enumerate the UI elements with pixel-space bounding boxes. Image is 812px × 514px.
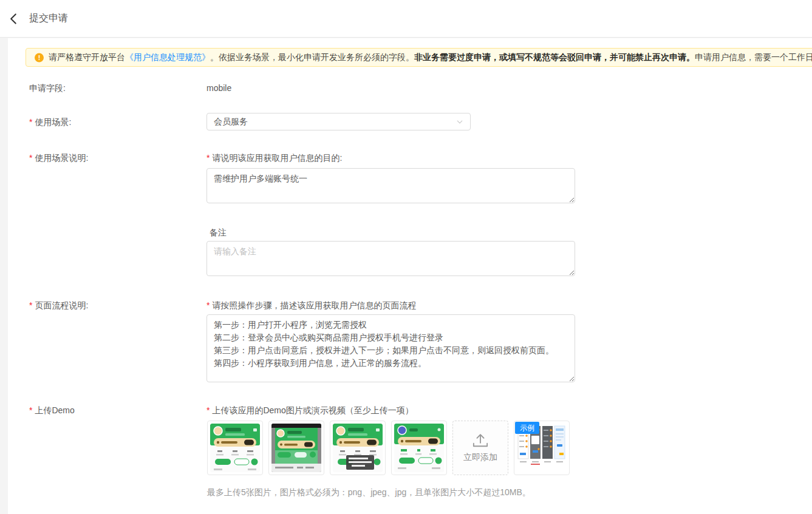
- warning-banner: 请严格遵守开放平台《用户信息处理规范》。依据业务场景，最小化申请开发业务所必须的…: [26, 48, 812, 67]
- upload-hint: 最多上传5张图片，图片格式必须为：png、jpeg、jpg，且单张图片大小不超过…: [207, 487, 531, 498]
- form-card: 请严格遵守开放平台《用户信息处理规范》。依据业务场景，最小化申请开发业务所必须的…: [8, 38, 812, 514]
- remark-label: 备注: [210, 228, 227, 238]
- upload-icon: [471, 433, 490, 448]
- example-badge: 示例: [515, 422, 539, 434]
- scene-desc-label: 使用场景说明:: [29, 153, 88, 164]
- page-title: 提交申请: [29, 12, 68, 25]
- chevron-down-icon: [456, 118, 463, 126]
- demo-screenshot-3: [333, 424, 383, 472]
- demo-thumbnail-3[interactable]: [330, 421, 386, 475]
- banner-text-bold: 非业务需要过度申请，或填写不规范等会驳回申请，并可能禁止再次申请。: [414, 52, 695, 63]
- example-thumbnail[interactable]: 示例: [514, 421, 570, 475]
- purpose-sublabel: 请说明该应用获取用户信息的目的:: [206, 153, 342, 164]
- page-flow-label: 页面流程说明:: [29, 300, 88, 311]
- demo-screenshot-2: [271, 424, 321, 472]
- use-scene-select[interactable]: 会员服务: [206, 113, 471, 130]
- user-info-rule-link[interactable]: 《用户信息处理规范》: [125, 52, 210, 63]
- use-scene-selected-value: 会员服务: [214, 117, 248, 127]
- steps-sublabel: 请按照操作步骤，描述该应用获取用户信息的页面流程: [206, 300, 416, 311]
- back-button[interactable]: [0, 0, 28, 38]
- page-header: 提交申请: [0, 0, 812, 38]
- upload-add-label: 立即添加: [463, 452, 497, 463]
- upload-demo-label: 上传Demo: [29, 405, 75, 416]
- steps-textarea[interactable]: 第一步：用户打开小程序，浏览无需授权 第二步：登录会员中心或购买商品需用户授权手…: [206, 314, 575, 382]
- remark-textarea[interactable]: [206, 241, 575, 276]
- demo-screenshot-1: [210, 424, 260, 472]
- upload-add-button[interactable]: 立即添加: [452, 421, 508, 475]
- demo-screenshot-4: [394, 424, 444, 472]
- demo-thumbnail-1[interactable]: [207, 421, 263, 475]
- chevron-left-icon: [7, 12, 21, 25]
- banner-text-prefix: 请严格遵守开放平台: [49, 52, 125, 63]
- demo-thumbnail-4[interactable]: [391, 421, 447, 475]
- banner-text-suffix: 申请用户信息，需要一个工作日左右的审核时间，请耐: [695, 52, 812, 63]
- warning-icon: [35, 53, 44, 62]
- submit-application-page: 提交申请 请严格遵守开放平台《用户信息处理规范》。依据业务场景，最小化申请开发业…: [0, 0, 812, 514]
- purpose-textarea[interactable]: 需维护用户多端账号统一: [206, 168, 575, 203]
- use-scene-label: 使用场景:: [29, 117, 71, 128]
- demo-thumbnails-row: 立即添加 示例: [207, 421, 570, 475]
- apply-field-value: mobile: [206, 83, 231, 93]
- demo-thumbnail-2[interactable]: [268, 421, 324, 475]
- apply-field-label: 申请字段:: [29, 83, 66, 94]
- upload-demo-sublabel: 上传该应用的Demo图片或演示视频（至少上传一项）: [206, 405, 414, 416]
- banner-text-middle: 。依据业务场景，最小化申请开发业务所必须的字段。: [210, 52, 414, 63]
